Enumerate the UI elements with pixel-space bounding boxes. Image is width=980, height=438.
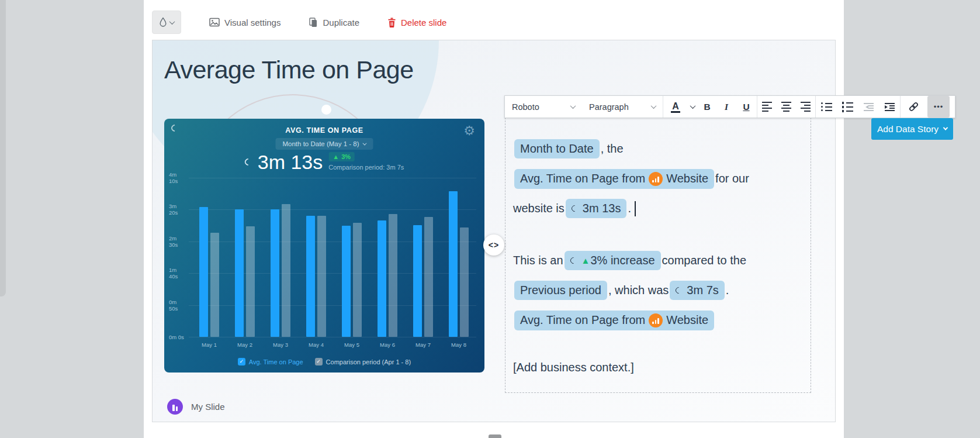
data-token-pill[interactable]: 3m 7s — [670, 281, 724, 300]
y-axis-tick: 0m 0s — [164, 334, 186, 340]
up-triangle-icon: ▲ — [581, 256, 590, 265]
more-options-button[interactable]: ••• — [927, 96, 950, 118]
slide-title[interactable]: Average Time on Page — [164, 56, 414, 84]
bar-current[interactable] — [199, 207, 208, 337]
gridline — [189, 209, 476, 210]
period-selector-dropdown[interactable]: Month to Date (May 1 - 8) — [275, 138, 373, 150]
bar-current[interactable] — [235, 209, 244, 337]
underline-button[interactable]: U — [736, 96, 757, 118]
x-axis-tick: May 3 — [264, 342, 297, 348]
bar-comparison[interactable] — [210, 233, 219, 337]
bar-current[interactable] — [449, 191, 458, 337]
indent-button[interactable] — [879, 96, 900, 118]
bar-current[interactable] — [378, 220, 386, 337]
bar-current[interactable] — [342, 226, 351, 337]
data-token-pill[interactable]: ▲3% increase — [565, 251, 661, 270]
duplicate-icon — [309, 18, 318, 27]
decorative-dot — [321, 105, 331, 115]
image-icon — [209, 18, 220, 27]
slide-footer: My Slide — [167, 399, 225, 415]
align-right-icon — [801, 102, 811, 112]
slide-name-label: My Slide — [191, 402, 225, 412]
italic-button[interactable]: I — [717, 96, 736, 118]
paragraph-style-select[interactable]: Paragraph — [582, 96, 663, 118]
delta-badge: ▲ 3% — [328, 152, 355, 161]
align-left-button[interactable] — [757, 96, 777, 118]
bar-comparison[interactable] — [389, 214, 397, 337]
chart-big-value: 3m 13s — [258, 151, 323, 173]
editor-text: website is — [513, 202, 565, 215]
editor-text: . — [628, 202, 631, 215]
add-data-story-button[interactable]: Add Data Story — [871, 118, 953, 140]
gridline — [189, 242, 476, 242]
delta-value: 3% — [341, 153, 351, 160]
data-token-pill[interactable]: Previous period — [514, 281, 607, 300]
chevron-down-icon — [169, 19, 175, 25]
editor-text: [Add business context.] — [513, 361, 634, 374]
font-select[interactable]: Roboto — [505, 96, 582, 118]
checkbox-checked-icon[interactable]: ✓ — [315, 358, 323, 365]
legend-item-current[interactable]: ✓ Avg. Time on Page — [238, 358, 303, 365]
data-token-pill[interactable]: 3m 13s — [566, 199, 627, 218]
gear-icon[interactable]: ⚙ — [463, 123, 475, 139]
chevron-down-icon — [362, 141, 366, 145]
analytics-source-icon — [649, 172, 663, 186]
x-axis-tick: May 2 — [228, 342, 261, 348]
link-icon — [908, 101, 919, 112]
chevron-down-icon — [690, 103, 695, 109]
link-button[interactable] — [901, 96, 926, 118]
chevron-down-icon — [570, 103, 576, 109]
bold-button[interactable]: B — [697, 96, 717, 118]
report-avatar-icon[interactable] — [167, 399, 183, 415]
gridline — [189, 273, 476, 274]
text-color-dropdown[interactable] — [688, 96, 697, 118]
chevron-down-icon — [943, 125, 948, 130]
bar-current[interactable] — [413, 225, 422, 337]
gridline — [189, 178, 476, 178]
checkbox-checked-icon[interactable]: ✓ — [238, 358, 245, 365]
x-axis-tick: May 1 — [193, 342, 226, 348]
comparison-period-label: Comparison period: 3m 7s — [328, 164, 404, 171]
data-token-pill[interactable]: Avg. Time on Page from Website — [514, 311, 714, 330]
data-token-pill[interactable]: Avg. Time on Page from Website — [514, 169, 714, 189]
editor-line: [Add business context.] — [513, 353, 803, 382]
visual-settings-label: Visual settings — [224, 18, 281, 27]
y-axis-tick: 0m 50s — [164, 299, 186, 312]
data-story-text-editor[interactable]: Month to Date, theAvg. Time on Page from… — [505, 118, 811, 393]
editor-content: Month to Date, theAvg. Time on Page from… — [513, 134, 803, 382]
metric-arc-icon — [674, 286, 684, 295]
legend-item-comparison[interactable]: ✓ Comparison period (Apr 1 - 8) — [315, 358, 411, 365]
editor-line: Avg. Time on Page from Website — [513, 305, 803, 335]
droplet-icon — [159, 17, 167, 27]
chart-widget[interactable]: AVG. TIME ON PAGE ⚙ Month to Date (May 1… — [164, 119, 484, 373]
x-axis-tick: May 8 — [442, 342, 475, 348]
numbered-list-button[interactable] — [837, 96, 858, 118]
align-right-button[interactable] — [796, 96, 815, 118]
text-color-button[interactable]: A — [663, 96, 688, 118]
bar-comparison[interactable] — [460, 227, 469, 337]
bullet-list-button[interactable] — [816, 96, 837, 118]
bar-comparison[interactable] — [246, 226, 255, 337]
data-token-pill[interactable]: Month to Date — [514, 139, 600, 158]
resize-handle[interactable]: <> — [483, 234, 504, 256]
analytics-source-icon — [649, 313, 663, 327]
delete-slide-button[interactable]: Delete slide — [387, 18, 446, 27]
bar-comparison[interactable] — [317, 216, 326, 337]
editor-text: , which was — [608, 284, 669, 297]
y-axis-tick: 2m 30s — [164, 235, 186, 248]
bar-comparison[interactable] — [282, 204, 290, 337]
metric-arc-icon — [570, 204, 580, 213]
bar-current[interactable] — [306, 216, 315, 337]
slide-toolbar: Visual settings Duplicate Delete slide — [152, 9, 446, 36]
duplicate-button[interactable]: Duplicate — [309, 18, 359, 27]
shape-style-dropdown[interactable] — [152, 11, 181, 34]
bar-current[interactable] — [271, 209, 279, 337]
align-center-button[interactable] — [777, 96, 796, 118]
visual-settings-button[interactable]: Visual settings — [209, 18, 281, 27]
add-data-story-label: Add Data Story — [877, 124, 939, 134]
bar-comparison[interactable] — [424, 217, 433, 337]
outdent-button[interactable] — [858, 96, 879, 118]
trash-icon — [387, 18, 396, 27]
bar-comparison[interactable] — [353, 223, 362, 337]
align-center-icon — [781, 102, 791, 112]
